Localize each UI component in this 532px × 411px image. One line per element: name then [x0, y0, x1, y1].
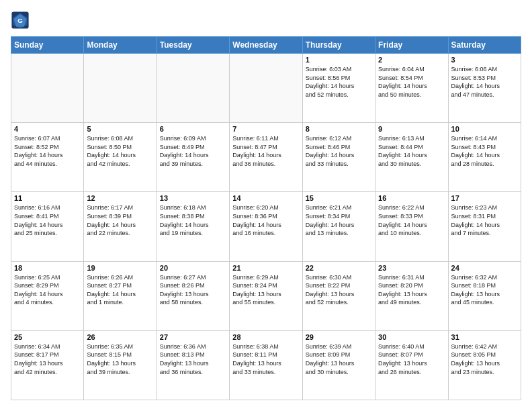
day-number: 19 — [87, 264, 153, 272]
calendar-day: 4Sunrise: 6:07 AMSunset: 8:52 PMDaylight… — [11, 123, 84, 192]
day-info: Sunrise: 6:42 AMSunset: 8:05 PMDaylight:… — [451, 342, 518, 376]
calendar-day: 3Sunrise: 6:06 AMSunset: 8:53 PMDaylight… — [448, 54, 521, 123]
day-info: Sunrise: 6:34 AMSunset: 8:17 PMDaylight:… — [14, 342, 81, 376]
day-number: 28 — [232, 333, 299, 341]
calendar-header-saturday: Saturday — [448, 37, 521, 54]
calendar-day: 2Sunrise: 6:04 AMSunset: 8:54 PMDaylight… — [375, 54, 448, 123]
calendar-day: 8Sunrise: 6:12 AMSunset: 8:46 PMDaylight… — [302, 123, 375, 192]
page: G SundayMondayTuesdayWednesdayThursdayFr… — [0, 0, 532, 411]
day-info: Sunrise: 6:27 AMSunset: 8:26 PMDaylight:… — [160, 273, 226, 307]
day-info: Sunrise: 6:22 AMSunset: 8:33 PMDaylight:… — [378, 203, 445, 237]
day-info: Sunrise: 6:40 AMSunset: 8:07 PMDaylight:… — [378, 342, 445, 376]
day-info: Sunrise: 6:36 AMSunset: 8:13 PMDaylight:… — [160, 342, 226, 376]
calendar-week-5: 25Sunrise: 6:34 AMSunset: 8:17 PMDayligh… — [11, 330, 521, 400]
calendar-day: 10Sunrise: 6:14 AMSunset: 8:43 PMDayligh… — [448, 123, 521, 192]
calendar-day: 1Sunrise: 6:03 AMSunset: 8:56 PMDaylight… — [302, 54, 375, 123]
day-number: 26 — [87, 333, 153, 341]
day-info: Sunrise: 6:13 AMSunset: 8:44 PMDaylight:… — [378, 134, 445, 168]
header: G — [11, 11, 521, 30]
calendar-header-sunday: Sunday — [11, 37, 84, 54]
day-number: 25 — [14, 333, 81, 341]
calendar-week-2: 4Sunrise: 6:07 AMSunset: 8:52 PMDaylight… — [11, 123, 521, 192]
day-info: Sunrise: 6:16 AMSunset: 8:41 PMDaylight:… — [14, 203, 81, 237]
calendar-week-1: 1Sunrise: 6:03 AMSunset: 8:56 PMDaylight… — [11, 54, 521, 123]
day-number: 13 — [160, 194, 226, 202]
day-info: Sunrise: 6:11 AMSunset: 8:47 PMDaylight:… — [232, 134, 299, 168]
day-number: 12 — [87, 194, 153, 202]
calendar-day: 23Sunrise: 6:31 AMSunset: 8:20 PMDayligh… — [375, 261, 448, 330]
calendar-day: 14Sunrise: 6:20 AMSunset: 8:36 PMDayligh… — [230, 192, 302, 261]
calendar-day: 12Sunrise: 6:17 AMSunset: 8:39 PMDayligh… — [84, 192, 157, 261]
calendar-day: 15Sunrise: 6:21 AMSunset: 8:34 PMDayligh… — [302, 192, 375, 261]
day-number: 9 — [378, 125, 445, 133]
day-number: 2 — [378, 56, 445, 64]
day-info: Sunrise: 6:25 AMSunset: 8:29 PMDaylight:… — [14, 273, 81, 307]
calendar-day: 30Sunrise: 6:40 AMSunset: 8:07 PMDayligh… — [375, 330, 448, 400]
day-info: Sunrise: 6:35 AMSunset: 8:15 PMDaylight:… — [87, 342, 153, 376]
calendar-header-row: SundayMondayTuesdayWednesdayThursdayFrid… — [11, 37, 521, 54]
day-number: 21 — [232, 264, 299, 272]
day-info: Sunrise: 6:38 AMSunset: 8:11 PMDaylight:… — [232, 342, 299, 376]
day-number: 27 — [160, 333, 226, 341]
calendar-day — [230, 54, 302, 123]
day-info: Sunrise: 6:20 AMSunset: 8:36 PMDaylight:… — [232, 203, 299, 237]
day-number: 5 — [87, 125, 153, 133]
day-info: Sunrise: 6:07 AMSunset: 8:52 PMDaylight:… — [14, 134, 81, 168]
calendar-day: 7Sunrise: 6:11 AMSunset: 8:47 PMDaylight… — [230, 123, 302, 192]
calendar-day: 25Sunrise: 6:34 AMSunset: 8:17 PMDayligh… — [11, 330, 84, 400]
calendar-day: 22Sunrise: 6:30 AMSunset: 8:22 PMDayligh… — [302, 261, 375, 330]
day-number: 23 — [378, 264, 445, 272]
calendar-day: 26Sunrise: 6:35 AMSunset: 8:15 PMDayligh… — [84, 330, 157, 400]
day-info: Sunrise: 6:09 AMSunset: 8:49 PMDaylight:… — [160, 134, 226, 168]
calendar-day: 28Sunrise: 6:38 AMSunset: 8:11 PMDayligh… — [230, 330, 302, 400]
day-info: Sunrise: 6:17 AMSunset: 8:39 PMDaylight:… — [87, 203, 153, 237]
day-info: Sunrise: 6:32 AMSunset: 8:18 PMDaylight:… — [451, 273, 518, 307]
calendar-day: 16Sunrise: 6:22 AMSunset: 8:33 PMDayligh… — [375, 192, 448, 261]
calendar-header-friday: Friday — [375, 37, 448, 54]
day-info: Sunrise: 6:31 AMSunset: 8:20 PMDaylight:… — [378, 273, 445, 307]
calendar-header-thursday: Thursday — [302, 37, 375, 54]
calendar-day: 27Sunrise: 6:36 AMSunset: 8:13 PMDayligh… — [157, 330, 229, 400]
calendar-day: 19Sunrise: 6:26 AMSunset: 8:27 PMDayligh… — [84, 261, 157, 330]
calendar-day: 20Sunrise: 6:27 AMSunset: 8:26 PMDayligh… — [157, 261, 229, 330]
day-info: Sunrise: 6:29 AMSunset: 8:24 PMDaylight:… — [232, 273, 299, 307]
calendar-day: 18Sunrise: 6:25 AMSunset: 8:29 PMDayligh… — [11, 261, 84, 330]
day-number: 8 — [306, 125, 372, 133]
calendar-day: 6Sunrise: 6:09 AMSunset: 8:49 PMDaylight… — [157, 123, 229, 192]
calendar-week-4: 18Sunrise: 6:25 AMSunset: 8:29 PMDayligh… — [11, 261, 521, 330]
calendar-header-wednesday: Wednesday — [230, 37, 302, 54]
day-number: 22 — [306, 264, 372, 272]
calendar-week-3: 11Sunrise: 6:16 AMSunset: 8:41 PMDayligh… — [11, 192, 521, 261]
day-info: Sunrise: 6:04 AMSunset: 8:54 PMDaylight:… — [378, 65, 445, 99]
day-number: 3 — [451, 56, 518, 64]
calendar-day: 29Sunrise: 6:39 AMSunset: 8:09 PMDayligh… — [302, 330, 375, 400]
calendar-day — [84, 54, 157, 123]
day-number: 17 — [451, 194, 518, 202]
calendar-day: 13Sunrise: 6:18 AMSunset: 8:38 PMDayligh… — [157, 192, 229, 261]
day-number: 18 — [14, 264, 81, 272]
day-number: 1 — [306, 56, 372, 64]
day-info: Sunrise: 6:21 AMSunset: 8:34 PMDaylight:… — [306, 203, 372, 237]
day-number: 31 — [451, 333, 518, 341]
day-number: 7 — [232, 125, 299, 133]
day-number: 29 — [306, 333, 372, 341]
day-number: 11 — [14, 194, 81, 202]
day-number: 4 — [14, 125, 81, 133]
day-number: 30 — [378, 333, 445, 341]
svg-text:G: G — [17, 17, 23, 24]
calendar-day: 5Sunrise: 6:08 AMSunset: 8:50 PMDaylight… — [84, 123, 157, 192]
day-info: Sunrise: 6:26 AMSunset: 8:27 PMDaylight:… — [87, 273, 153, 307]
day-info: Sunrise: 6:30 AMSunset: 8:22 PMDaylight:… — [306, 273, 372, 307]
day-info: Sunrise: 6:23 AMSunset: 8:31 PMDaylight:… — [451, 203, 518, 237]
logo: G — [11, 11, 32, 30]
day-number: 14 — [232, 194, 299, 202]
day-info: Sunrise: 6:06 AMSunset: 8:53 PMDaylight:… — [451, 65, 518, 99]
day-info: Sunrise: 6:14 AMSunset: 8:43 PMDaylight:… — [451, 134, 518, 168]
calendar-day: 9Sunrise: 6:13 AMSunset: 8:44 PMDaylight… — [375, 123, 448, 192]
calendar-day — [11, 54, 84, 123]
day-info: Sunrise: 6:08 AMSunset: 8:50 PMDaylight:… — [87, 134, 153, 168]
day-number: 16 — [378, 194, 445, 202]
logo-icon: G — [11, 11, 30, 30]
calendar-day: 21Sunrise: 6:29 AMSunset: 8:24 PMDayligh… — [230, 261, 302, 330]
calendar-day: 11Sunrise: 6:16 AMSunset: 8:41 PMDayligh… — [11, 192, 84, 261]
